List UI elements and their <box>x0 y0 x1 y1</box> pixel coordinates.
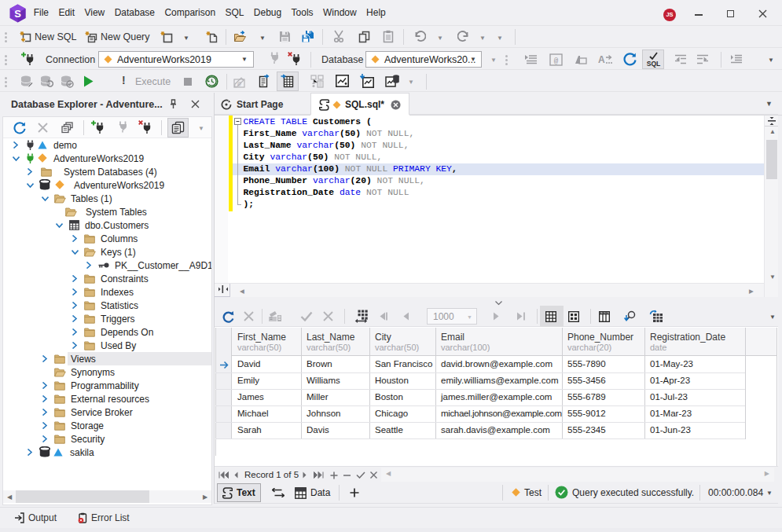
svg-text:@: @ <box>554 57 559 65</box>
svg-text:@: @ <box>237 80 241 87</box>
svg-text:SQL: SQL <box>647 60 660 68</box>
svg-text:S: S <box>14 8 21 20</box>
svg-text:A: A <box>598 54 605 65</box>
